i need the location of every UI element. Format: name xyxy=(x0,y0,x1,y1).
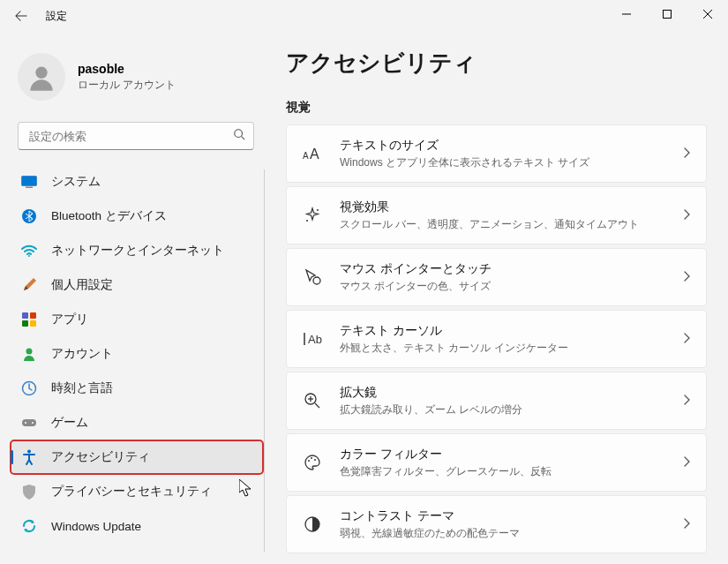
svg-text:A: A xyxy=(303,151,309,161)
main-content: アクセシビリティ 視覚 AA テキストのサイズWindows とアプリ全体に表示… xyxy=(265,32,728,564)
palette-icon xyxy=(303,453,322,472)
cursor-icon xyxy=(303,267,322,287)
nav-label: プライバシーとセキュリティ xyxy=(51,484,212,500)
section-header: 視覚 xyxy=(286,100,707,116)
nav-accessibility[interactable]: アクセシビリティ xyxy=(11,440,263,474)
card-contrast-themes[interactable]: コントラスト テーマ弱視、光線過敏症のための配色テーマ xyxy=(286,495,707,553)
svg-text:Ab: Ab xyxy=(308,333,322,346)
nav-label: システム xyxy=(51,174,101,190)
nav-label: アプリ xyxy=(51,312,88,327)
card-sub: マウス ポインターの色、サイズ xyxy=(340,279,665,294)
nav-bluetooth[interactable]: Bluetooth とデバイス xyxy=(11,199,258,233)
back-button[interactable] xyxy=(4,0,39,32)
titlebar: 設定 xyxy=(0,0,728,32)
maximize-button[interactable] xyxy=(647,0,687,28)
chevron-right-icon xyxy=(683,393,690,409)
magnifier-icon xyxy=(303,391,322,410)
card-text-size[interactable]: AA テキストのサイズWindows とアプリ全体に表示されるテキスト サイズ xyxy=(286,124,707,183)
nav-privacy[interactable]: プライバシーとセキュリティ xyxy=(11,475,258,508)
paintbrush-icon xyxy=(21,277,37,293)
svg-point-18 xyxy=(27,450,31,454)
arrow-left-icon xyxy=(15,10,27,22)
card-title: テキストのサイズ xyxy=(340,138,665,154)
close-button[interactable] xyxy=(687,0,728,28)
nav-personalization[interactable]: 個人用設定 xyxy=(11,268,258,302)
card-magnifier[interactable]: 拡大鏡拡大鏡読み取り、ズーム レベルの増分 xyxy=(286,372,707,430)
svg-rect-11 xyxy=(22,320,28,327)
update-icon xyxy=(21,518,37,534)
nav-network[interactable]: ネットワークとインターネット xyxy=(11,234,258,267)
chevron-right-icon xyxy=(683,331,690,347)
apps-icon xyxy=(21,312,37,327)
card-color-filters[interactable]: カラー フィルター色覚障害フィルター、グレースケール、反転 xyxy=(286,433,707,492)
nav-time-language[interactable]: 時刻と言語 xyxy=(11,372,258,405)
chevron-right-icon xyxy=(683,269,690,285)
svg-point-23 xyxy=(313,277,320,284)
card-sub: 弱視、光線過敏症のための配色テーマ xyxy=(340,526,665,541)
nav-label: ネットワークとインターネット xyxy=(51,243,224,259)
svg-point-21 xyxy=(317,209,319,211)
svg-point-31 xyxy=(311,457,312,459)
clock-globe-icon xyxy=(21,380,37,396)
user-section[interactable]: pasoble ローカル アカウント xyxy=(7,39,265,122)
card-sub: Windows とアプリ全体に表示されるテキスト サイズ xyxy=(340,155,665,170)
nav-gaming[interactable]: ゲーム xyxy=(11,406,258,440)
sidebar: pasoble ローカル アカウント システム Bluetooth とデバイス … xyxy=(0,32,265,564)
card-title: テキスト カーソル xyxy=(340,323,665,339)
svg-point-30 xyxy=(308,460,310,462)
window-title: 設定 xyxy=(46,9,67,24)
svg-rect-12 xyxy=(30,320,36,327)
nav-accounts[interactable]: アカウント xyxy=(11,337,258,371)
svg-rect-5 xyxy=(22,177,37,186)
card-title: カラー フィルター xyxy=(340,447,665,462)
nav-label: Bluetooth とデバイス xyxy=(51,208,167,224)
card-mouse-pointer[interactable]: マウス ポインターとタッチマウス ポインターの色、サイズ xyxy=(286,248,707,306)
wifi-icon xyxy=(21,243,37,259)
minimize-icon xyxy=(622,10,631,19)
nav-label: 時刻と言語 xyxy=(51,380,113,396)
shield-icon xyxy=(21,484,37,500)
chevron-right-icon xyxy=(683,207,690,223)
text-size-icon: AA xyxy=(303,144,322,163)
card-sub: スクロール バー、透明度、アニメーション、通知タイムアウト xyxy=(340,217,665,232)
nav-system[interactable]: システム xyxy=(11,165,258,199)
card-title: コントラスト テーマ xyxy=(340,508,665,524)
bluetooth-icon xyxy=(21,208,37,224)
card-text-cursor[interactable]: Ab テキスト カーソル外観と太さ、テキスト カーソル インジケーター xyxy=(286,310,707,368)
card-title: 視覚効果 xyxy=(340,199,665,215)
svg-point-17 xyxy=(32,422,34,424)
svg-rect-9 xyxy=(22,312,28,319)
svg-point-8 xyxy=(28,255,30,257)
svg-rect-15 xyxy=(22,419,36,426)
nav-label: アクセシビリティ xyxy=(51,449,150,465)
person-icon xyxy=(21,346,37,362)
svg-point-3 xyxy=(235,130,243,138)
nav-windows-update[interactable]: Windows Update xyxy=(11,509,258,543)
card-sub: 拡大鏡読み取り、ズーム レベルの増分 xyxy=(340,402,665,417)
nav-label: 個人用設定 xyxy=(51,277,113,293)
search-icon xyxy=(233,128,245,144)
svg-point-22 xyxy=(306,220,308,222)
chevron-right-icon xyxy=(683,516,690,532)
card-sub: 外観と太さ、テキスト カーソル インジケーター xyxy=(340,341,665,356)
account-type: ローカル アカウント xyxy=(78,78,176,93)
system-icon xyxy=(21,174,37,190)
svg-rect-1 xyxy=(664,11,672,19)
svg-rect-6 xyxy=(26,187,33,189)
nav-list: システム Bluetooth とデバイス ネットワークとインターネット 個人用設… xyxy=(7,164,265,557)
nav-label: ゲーム xyxy=(51,415,88,431)
svg-point-32 xyxy=(314,459,316,461)
minimize-button[interactable] xyxy=(606,0,647,28)
chevron-right-icon xyxy=(683,146,690,162)
search-input[interactable] xyxy=(18,122,254,150)
svg-rect-10 xyxy=(30,312,36,319)
text-cursor-icon: Ab xyxy=(303,329,322,349)
user-name: pasoble xyxy=(78,62,176,76)
nav-apps[interactable]: アプリ xyxy=(11,303,258,336)
card-title: 拡大鏡 xyxy=(340,385,665,401)
contrast-icon xyxy=(303,515,322,534)
maximize-icon xyxy=(663,10,672,19)
card-visual-effects[interactable]: 視覚効果スクロール バー、透明度、アニメーション、通知タイムアウト xyxy=(286,186,707,244)
svg-text:A: A xyxy=(310,147,319,162)
avatar xyxy=(18,53,65,101)
